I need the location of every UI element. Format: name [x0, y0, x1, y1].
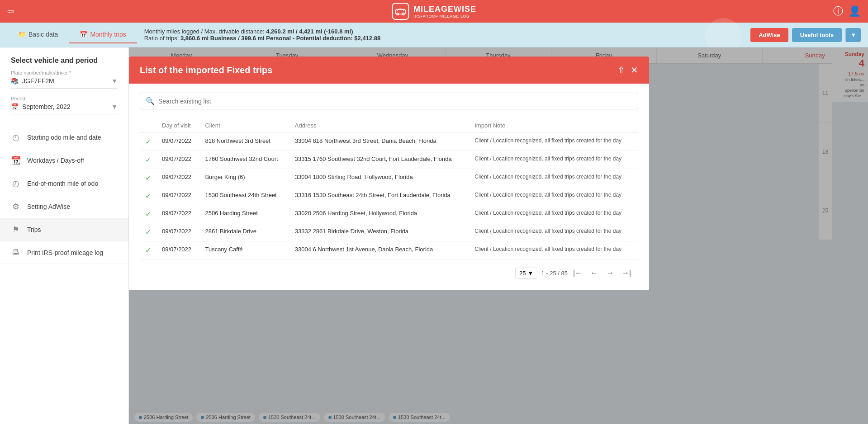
date-cell: 09/07/2022 — [157, 151, 199, 169]
check-cell: ✓ — [140, 169, 157, 187]
first-page-button[interactable]: |← — [571, 267, 584, 279]
sidebar-item-workdays-label: Workdays / Days-off — [27, 157, 84, 164]
brand-name: MILEAGEWISE — [413, 5, 476, 14]
stats-miles1: 4,260.2 mi / 4,421 mi (-160.8 mi) — [266, 28, 353, 35]
tab-basic-data[interactable]: 📁 Basic data — [7, 26, 69, 43]
sidebar-vehicle-section: Select vehicle and period Plate number/m… — [0, 47, 128, 126]
page-size-chevron: ▼ — [528, 270, 534, 277]
note-cell: Client / Location recognized, all fixed … — [469, 205, 638, 223]
sidebar-item-end-odo-label: End-of-month mile of odo — [27, 180, 98, 187]
brand-tagline: IRS-PROOF MILEAGE LOG — [413, 14, 476, 19]
calendar-icon: 📅 — [11, 103, 19, 110]
stats-line1: Monthly miles logged / Max. drivable dis… — [144, 28, 380, 35]
col-client: Client — [199, 118, 289, 133]
client-cell: Burger King (6) — [199, 169, 289, 187]
useful-tools-button[interactable]: Useful tools — [792, 28, 842, 42]
col-import-note: Import Note — [469, 118, 638, 133]
clock-icon: ◴ — [11, 132, 21, 142]
table-body: ✓ 09/07/2022 818 Northwest 3rd Street 33… — [140, 133, 638, 259]
table-row: ✓ 09/07/2022 1530 Southeast 24th Street … — [140, 187, 638, 205]
basic-data-icon: 📁 — [18, 31, 26, 38]
next-page-button[interactable]: → — [604, 267, 617, 279]
date-cell: 09/07/2022 — [157, 187, 199, 205]
sidebar-item-workdays[interactable]: 📆 Workdays / Days-off — [0, 149, 128, 172]
sidebar-item-end-odo[interactable]: ◴ End-of-month mile of odo — [0, 172, 128, 195]
plate-select[interactable]: 📚 JGF7FF2M ▼ — [11, 77, 118, 89]
close-icon[interactable]: ✕ — [631, 65, 638, 75]
chevron-down-icon-period: ▼ — [111, 103, 118, 110]
table-row: ✓ 09/07/2022 2506 Harding Street 33020 2… — [140, 205, 638, 223]
note-cell: Client / Location recognized, all fixed … — [469, 187, 638, 205]
sidebar-item-starting-odo-label: Starting odo mile and date — [27, 134, 101, 141]
modal-body: 🔍 Day of visit Client Address Import Not… — [129, 84, 649, 290]
check-col-header — [140, 118, 157, 133]
trips-table: Day of visit Client Address Import Note … — [140, 118, 638, 259]
top-nav-right: ⓘ 👤 — [833, 5, 861, 18]
sidebar-item-print[interactable]: 🖶 Print IRS-proof mileage log — [0, 241, 128, 264]
sub-header-right: AdWise Useful tools ▼ — [750, 28, 861, 42]
client-cell: 2506 Harding Street — [199, 205, 289, 223]
date-cell: 09/07/2022 — [157, 169, 199, 187]
gauge-icon: ◴ — [11, 179, 21, 188]
sidebar-item-starting-odo[interactable]: ◴ Starting odo mile and date — [0, 126, 128, 149]
period-select[interactable]: 📅 September, 2022 ▼ — [11, 103, 118, 114]
last-page-button[interactable]: →| — [620, 267, 633, 279]
useful-tools-dropdown-button[interactable]: ▼ — [845, 28, 861, 42]
table-row: ✓ 09/07/2022 Burger King (6) 33004 1800 … — [140, 169, 638, 187]
print-icon: 🖶 — [11, 248, 21, 257]
plate-value: JGF7FF2M — [22, 77, 54, 85]
client-cell: 2861 Birkdale Drive — [199, 223, 289, 241]
check-cell: ✓ — [140, 223, 157, 241]
modal-header-actions: ⇧ ✕ — [617, 65, 638, 75]
adwise-button[interactable]: AdWise — [750, 28, 788, 42]
table-row: ✓ 09/07/2022 818 Northwest 3rd Street 33… — [140, 133, 638, 151]
page-size-select[interactable]: 25 ▼ — [515, 268, 537, 279]
logo-icon — [392, 3, 409, 20]
check-cell: ✓ — [140, 133, 157, 151]
prev-page-button[interactable]: ← — [588, 267, 600, 279]
check-cell: ✓ — [140, 151, 157, 169]
pagination: 25 ▼ 1 - 25 / 85 |← ← → →| — [140, 259, 638, 281]
table-row: ✓ 09/07/2022 1760 Southwest 32nd Court 3… — [140, 151, 638, 169]
tab-monthly-trips[interactable]: 📅 Monthly trips — [69, 26, 137, 43]
help-icon[interactable]: ⓘ — [833, 5, 843, 18]
col-address: Address — [289, 118, 469, 133]
date-cell: 09/07/2022 — [157, 223, 199, 241]
hamburger-icon[interactable]: ⇦ — [7, 6, 14, 16]
col-day-of-visit: Day of visit — [157, 118, 199, 133]
check-cell: ✓ — [140, 187, 157, 205]
plate-label: Plate number/make/driver * — [11, 70, 118, 75]
address-cell: 33315 1760 Southwest 32nd Court, Fort La… — [289, 151, 469, 169]
date-cell: 09/07/2022 — [157, 241, 199, 259]
table-row: ✓ 09/07/2022 2861 Birkdale Drive 33332 2… — [140, 223, 638, 241]
sidebar-item-adwise[interactable]: ⚙ Setting AdWise — [0, 195, 128, 218]
sidebar-item-adwise-label: Setting AdWise — [27, 203, 70, 210]
calendar-alt-icon: 📆 — [11, 155, 21, 165]
flag-icon: ⚑ — [11, 225, 21, 235]
logo-text: MILEAGEWISE IRS-PROOF MILEAGE LOG — [413, 5, 476, 19]
stats-bar: Monthly miles logged / Max. drivable dis… — [144, 28, 380, 42]
address-cell: 33004 1800 Stirling Road, Hollywood, Flo… — [289, 169, 469, 187]
note-cell: Client / Location recognized, all fixed … — [469, 241, 638, 259]
address-cell: 33004 818 Northwest 3rd Street, Dania Be… — [289, 133, 469, 151]
sidebar-item-trips[interactable]: ⚑ Trips — [0, 218, 128, 241]
modal: List of the imported Fixed trips ⇧ ✕ 🔍 — [129, 57, 649, 290]
search-input[interactable] — [158, 98, 632, 105]
address-cell: 33004 6 Northwest 1st Avenue, Dania Beac… — [289, 241, 469, 259]
minimize-icon[interactable]: ⇧ — [617, 65, 625, 75]
date-cell: 09/07/2022 — [157, 205, 199, 223]
table-header-row: Day of visit Client Address Import Note — [140, 118, 638, 133]
date-cell: 09/07/2022 — [157, 133, 199, 151]
user-icon[interactable]: 👤 — [849, 5, 861, 17]
stats-line2: Ratio of trips: 3,860.6 mi Business / 39… — [144, 35, 380, 42]
note-cell: Client / Location recognized, all fixed … — [469, 133, 638, 151]
client-cell: 818 Northwest 3rd Street — [199, 133, 289, 151]
address-cell: 33332 2861 Birkdale Drive, Weston, Flori… — [289, 223, 469, 241]
sub-header: 📁 Basic data 📅 Monthly trips Monthly mil… — [0, 23, 868, 47]
note-cell: Client / Location recognized, all fixed … — [469, 169, 638, 187]
modal-title: List of the imported Fixed trips — [140, 65, 272, 75]
logo-area: MILEAGEWISE IRS-PROOF MILEAGE LOG — [392, 3, 476, 20]
sidebar-item-trips-label: Trips — [27, 226, 41, 233]
stats-miles2: 3,860.6 mi Business / 399.6 mi Personal … — [180, 35, 380, 42]
search-box[interactable]: 🔍 — [140, 93, 638, 109]
